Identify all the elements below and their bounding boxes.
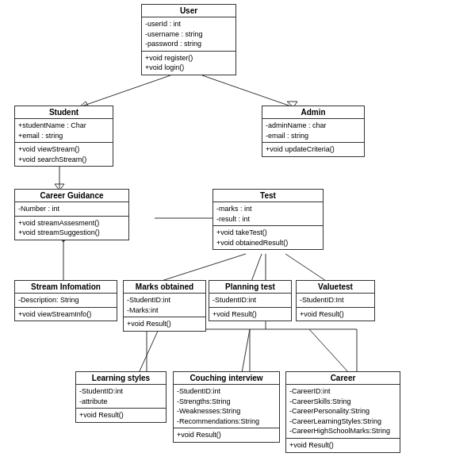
- learning-styles-title: Learning styles: [76, 372, 166, 385]
- marks-obtained-methods: +void Result(): [124, 317, 205, 331]
- test-methods: +void takeTest() +void obtainedResult(): [213, 226, 323, 249]
- planning-test-methods: +void Result(): [209, 308, 291, 321]
- couching-interview-methods: +void Result(): [174, 428, 279, 442]
- stream-infomation-title: Stream Infomation: [15, 281, 117, 294]
- valuetest-attributes: -StudentID:Int: [297, 294, 374, 308]
- planning-test-attributes: -StudentID:int: [209, 294, 291, 308]
- career-guidance-attributes: -Number : int: [15, 202, 128, 217]
- valuetest-methods: +void Result(): [297, 308, 374, 321]
- couching-interview-title: Couching interview: [174, 372, 279, 385]
- svg-line-15: [139, 329, 159, 373]
- career-attributes: -CareerID:int -CareerSkills:String -Care…: [286, 385, 400, 439]
- couching-interview-attributes: -StudentID:int -Strengths:String -Weakne…: [174, 385, 279, 428]
- uml-diagram: User -userId : int -username : string -p…: [0, 0, 471, 476]
- user-methods: +void register() +void login(): [142, 52, 236, 75]
- stream-infomation-class: Stream Infomation -Description: String +…: [14, 280, 117, 321]
- career-class: Career -CareerID:int -CareerSkills:Strin…: [285, 371, 400, 453]
- user-attributes: -userId : int -username : string -passwo…: [142, 17, 236, 52]
- planning-test-class: Planning test -StudentID:int +void Resul…: [209, 280, 292, 321]
- couching-interview-class: Couching interview -StudentID:int -Stren…: [173, 371, 280, 443]
- career-guidance-title: Career Guidance: [15, 190, 128, 202]
- learning-styles-class: Learning styles -StudentID:int -attribut…: [75, 371, 167, 423]
- planning-test-title: Planning test: [209, 281, 291, 294]
- svg-line-0: [79, 75, 170, 107]
- career-guidance-class: Career Guidance -Number : int +void stre…: [14, 189, 129, 240]
- admin-methods: +void updateCriteria(): [262, 143, 364, 156]
- admin-attributes: -adminName : char -email : string: [262, 119, 364, 143]
- svg-line-16: [242, 329, 250, 373]
- marks-obtained-title: Marks obtained: [124, 281, 205, 294]
- user-title: User: [142, 5, 236, 17]
- student-methods: +void viewStream() +void searchStream(): [15, 143, 113, 166]
- student-class: Student +studentName : Char +email : str…: [14, 106, 113, 167]
- valuetest-title: Valuetest: [297, 281, 374, 294]
- svg-line-2: [202, 75, 293, 107]
- valuetest-class: Valuetest -StudentID:Int +void Result(): [296, 280, 375, 321]
- test-title: Test: [213, 190, 323, 202]
- stream-infomation-methods: +void viewStreamInfo(): [15, 308, 117, 321]
- user-class: User -userId : int -username : string -p…: [141, 4, 236, 75]
- career-methods: +void Result(): [286, 439, 400, 452]
- test-attributes: -marks : int -result : int: [213, 202, 323, 226]
- learning-styles-attributes: -StudentID:int -attribute: [76, 385, 166, 409]
- career-guidance-methods: +void streamAssesment() +void streamSugg…: [15, 217, 128, 240]
- learning-styles-methods: +void Result(): [76, 409, 166, 422]
- test-class: Test -marks : int -result : int +void ta…: [213, 189, 324, 250]
- career-title: Career: [286, 372, 400, 385]
- stream-infomation-attributes: -Description: String: [15, 294, 117, 308]
- marks-obtained-class: Marks obtained -StudentID:int -Marks:int…: [123, 280, 206, 332]
- marks-obtained-attributes: -StudentID:int -Marks:int: [124, 294, 205, 317]
- admin-title: Admin: [262, 106, 364, 119]
- student-title: Student: [15, 106, 113, 119]
- student-attributes: +studentName : Char +email : string: [15, 119, 113, 143]
- admin-class: Admin -adminName : char -email : string …: [262, 106, 365, 157]
- svg-line-17: [309, 329, 349, 373]
